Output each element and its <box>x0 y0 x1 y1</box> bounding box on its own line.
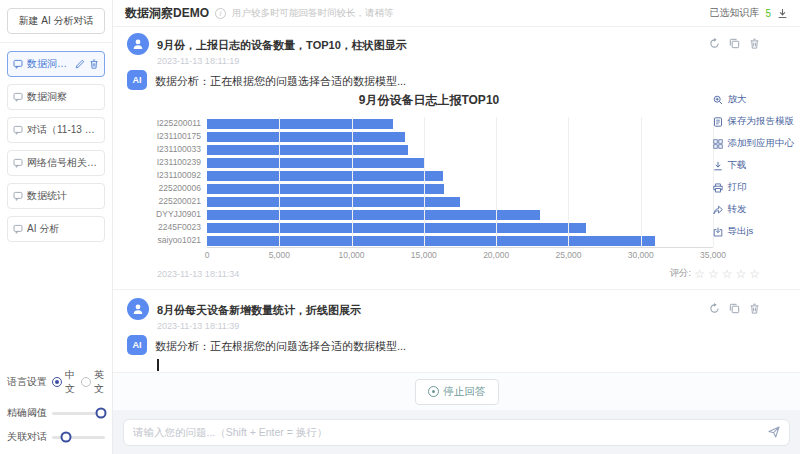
message-1-question-row: 9月份，上报日志的设备数量，TOP10，柱状图显示 <box>127 33 790 55</box>
question-text: 8月份每天设备新增数量统计，折线图展示 <box>157 298 361 318</box>
send-icon[interactable] <box>768 426 780 438</box>
star-icon[interactable]: ☆ <box>708 268 719 280</box>
chart-action-menu: 放大保存为报告模版添加到应用中心下载打印转发导出js <box>713 93 795 238</box>
refresh-icon[interactable] <box>709 303 720 314</box>
user-avatar <box>127 33 149 55</box>
message-2-answer-row: AI 数据分析：正在根据您的问题选择合适的数据模型... <box>127 335 790 355</box>
context-slider[interactable] <box>52 436 105 439</box>
star-icon[interactable]: ☆ <box>749 268 760 280</box>
sidebar-item-2[interactable]: 对话（11-13 17:46） <box>7 117 105 143</box>
chart-menu-item-label: 保存为报告模版 <box>728 115 795 128</box>
composer-bar <box>113 410 800 454</box>
language-option-zh-label: 中文 <box>65 368 76 396</box>
question-text: 9月份，上报日志的设备数量，TOP10，柱状图显示 <box>157 33 407 53</box>
chart-menu-item-5[interactable]: 转发 <box>713 203 795 216</box>
precision-slider[interactable] <box>52 412 105 415</box>
chart-menu-item-2[interactable]: 添加到应用中心 <box>713 137 795 150</box>
copy-icon[interactable] <box>729 38 740 49</box>
y-axis-label: saiyoo1021 <box>145 234 207 247</box>
sidebar-item-label: 数据统计 <box>27 189 67 203</box>
chat-icon <box>13 224 23 234</box>
chart-y-labels: I225200011I231100175I231100033I231100239… <box>145 117 207 248</box>
answer-meta-row: 2023-11-13 18:11:34 评分: ☆☆☆☆☆ <box>157 267 760 280</box>
chart-menu-item-3[interactable]: 下载 <box>713 159 795 172</box>
question-input-box <box>123 419 790 446</box>
stop-answer-button[interactable]: 停止回答 <box>415 379 499 405</box>
sidebar-item-label: 对话（11-13 17:46） <box>27 123 99 137</box>
rating-label: 评分: <box>670 267 692 280</box>
download-tray-icon[interactable] <box>777 8 788 19</box>
ai-answer-text: 数据分析：正在根据您的问题选择合适的数据模型... <box>155 335 406 354</box>
user-avatar <box>127 298 149 320</box>
sidebar-item-4[interactable]: 数据统计 <box>7 183 105 209</box>
sidebar-item-label: 数据洞察 <box>27 90 67 104</box>
bar-225200006 <box>207 184 444 194</box>
chat-icon <box>13 191 23 201</box>
answer-timestamp: 2023-11-13 18:11:34 <box>157 269 239 279</box>
bar-I231100033 <box>207 145 408 155</box>
precision-slider-knob[interactable] <box>95 408 106 419</box>
sidebar-item-5[interactable]: AI 分析 <box>7 216 105 242</box>
language-option-en[interactable]: 英文 <box>81 368 105 396</box>
chart-menu-item-label: 添加到应用中心 <box>728 137 795 150</box>
typing-indicator-row <box>157 357 790 370</box>
stop-answer-label: 停止回答 <box>444 385 486 399</box>
sidebar-item-1[interactable]: 数据洞察 <box>7 84 105 110</box>
message-1-actions <box>709 33 790 49</box>
bar-225200021 <box>207 197 460 207</box>
sidebar-item-3[interactable]: 网络信号相关数据统计 <box>7 150 105 176</box>
y-axis-label: 225200006 <box>145 182 207 195</box>
forward-icon <box>713 205 723 215</box>
chart-title: 9月份设备日志上报TOP10 <box>145 92 713 109</box>
page-title: 数据洞察DEMO <box>125 5 209 22</box>
context-slider-knob[interactable] <box>61 432 72 443</box>
trash-icon[interactable] <box>749 303 760 314</box>
x-tick-label: 10,000 <box>339 250 365 260</box>
knowledge-base-label: 已选知识库 <box>709 6 759 20</box>
bar-I231100175 <box>207 132 405 142</box>
rating-1: 评分: ☆☆☆☆☆ <box>670 267 760 280</box>
bar-saiyoo1021 <box>207 236 655 246</box>
main-header: 数据洞察DEMO i 用户较多时可能回答时间较长，请稍等 已选知识库 5 <box>113 0 800 27</box>
chart-menu-item-6[interactable]: 导出js <box>713 225 795 238</box>
trash-icon[interactable] <box>749 38 760 49</box>
chat-area: 9月份，上报日志的设备数量，TOP10，柱状图显示 2023-11-13 18:… <box>113 27 800 372</box>
context-slider-label: 关联对话 <box>7 430 47 444</box>
radio-en-icon[interactable] <box>81 377 91 387</box>
chart-menu-item-0[interactable]: 放大 <box>713 93 795 106</box>
y-axis-label: DYYJJ0901 <box>145 208 207 221</box>
chat-icon <box>13 59 23 69</box>
trash-icon[interactable] <box>89 59 99 69</box>
language-option-zh[interactable]: 中文 <box>52 368 76 396</box>
star-icon[interactable]: ☆ <box>722 268 733 280</box>
chart-menu-item-1[interactable]: 保存为报告模版 <box>713 115 795 128</box>
header-hint: 用户较多时可能回答时间较长，请稍等 <box>232 7 394 20</box>
message-2-question-row: 8月份每天设备新增数量统计，折线图展示 <box>127 298 790 320</box>
bar-I231100239 <box>207 158 425 168</box>
appcenter-icon <box>713 139 723 149</box>
pencil-icon[interactable] <box>75 59 85 69</box>
chart-menu-item-4[interactable]: 打印 <box>713 181 795 194</box>
message-1-answer-row: AI 数据分析：正在根据您的问题选择合适的数据模型... <box>127 70 790 90</box>
copy-icon[interactable] <box>729 303 740 314</box>
context-slider-row: 关联对话 <box>7 430 105 444</box>
star-icon[interactable]: ☆ <box>694 268 705 280</box>
sidebar-item-0[interactable]: 数据洞察DEMO <box>7 51 105 77</box>
radio-zh-icon[interactable] <box>52 377 62 387</box>
sidebar-item-label: AI 分析 <box>27 222 59 236</box>
question-input[interactable] <box>133 426 768 438</box>
y-axis-label: I231100175 <box>145 130 207 143</box>
star-icon[interactable]: ☆ <box>735 268 746 280</box>
x-tick-label: 25,000 <box>555 250 581 260</box>
sidebar-divider <box>0 42 112 43</box>
bar-2245F0023 <box>207 223 586 233</box>
new-chat-button[interactable]: 新建 AI 分析对话 <box>7 8 105 34</box>
bar-chart: 9月份设备日志上报TOP10 I225200011I231100175I2311… <box>145 92 713 261</box>
bar-I225200011 <box>207 119 393 129</box>
download-icon <box>713 161 723 171</box>
chart-menu-item-label: 下载 <box>728 159 747 172</box>
export-icon <box>713 227 723 237</box>
refresh-icon[interactable] <box>709 38 720 49</box>
sidebar-item-label: 数据洞察DEMO <box>27 57 71 71</box>
chat-icon <box>13 158 23 168</box>
